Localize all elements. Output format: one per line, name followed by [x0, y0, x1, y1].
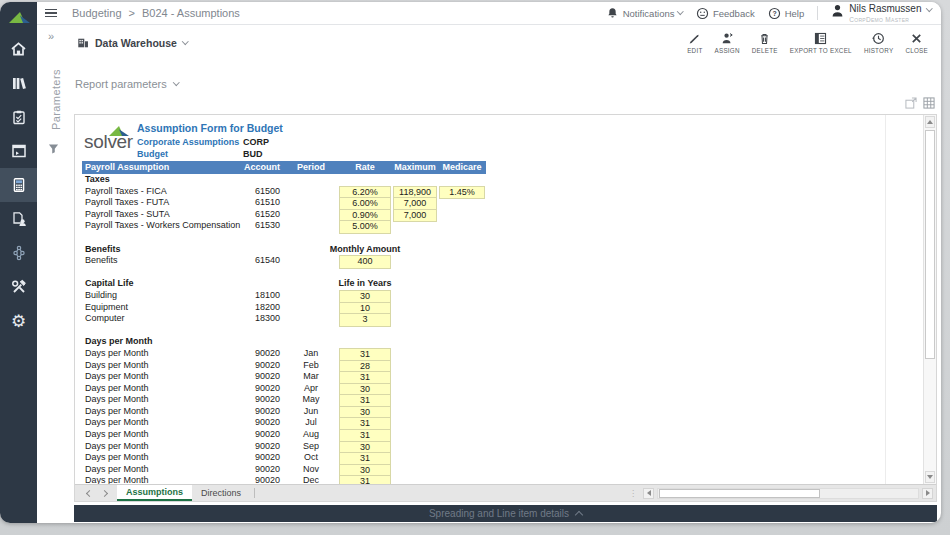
- data-row: Days per Month90020Sep30: [82, 441, 486, 453]
- scroll-up-button[interactable]: [925, 116, 935, 128]
- filter-icon[interactable]: [48, 140, 72, 158]
- grid-view-icon[interactable]: [923, 97, 935, 109]
- bell-icon: [606, 7, 619, 20]
- grip-icon: ⋮: [629, 489, 637, 498]
- sidebar-item-assignments[interactable]: [0, 202, 37, 236]
- gear-icon: ⚙: [11, 313, 26, 330]
- next-sheet-icon[interactable]: [101, 489, 108, 496]
- user-name: Nils Rasmussen: [849, 4, 921, 14]
- section-row: Days per Month: [82, 336, 486, 348]
- data-row: Payroll Taxes - Workers Compensation6153…: [82, 220, 486, 232]
- svg-text:?: ?: [772, 9, 776, 16]
- chevron-down-icon: [182, 38, 188, 44]
- meta-label-1: Corporate Assumptions: [137, 137, 239, 147]
- solver-logo-icon: [0, 2, 37, 32]
- report-parameters-dropdown[interactable]: Report parameters: [75, 78, 178, 90]
- data-row: Days per Month90020Jul31: [82, 417, 486, 429]
- spreading-drawer-label: Spreading and Line item details: [429, 508, 569, 519]
- delete-button[interactable]: DELETE: [746, 29, 784, 57]
- smiley-icon: [696, 7, 709, 20]
- sidebar-item-tasks[interactable]: [0, 100, 37, 134]
- warehouse-icon: [77, 37, 89, 49]
- tools-icon: [11, 279, 27, 295]
- horizontal-scrollbar: ⋮: [629, 485, 936, 501]
- input-cell[interactable]: 31: [339, 475, 391, 484]
- parameters-rail-label[interactable]: Parameters: [50, 44, 62, 130]
- parameters-rail: » Parameters: [37, 26, 72, 523]
- sheet-title: Assumption Form for Budget: [137, 122, 283, 134]
- input-cell[interactable]: 400: [339, 255, 391, 269]
- meta-value-1: CORP: [243, 137, 269, 147]
- data-row: Payroll Taxes - FUTA615106.00%7,000: [82, 197, 486, 209]
- export-to-excel-button[interactable]: EXPORT TO EXCEL: [784, 29, 858, 57]
- edit-button[interactable]: EDIT: [681, 29, 708, 57]
- spreading-drawer-toggle[interactable]: Spreading and Line item details: [74, 505, 937, 522]
- breadcrumb: Budgeting > B024 - Assumptions: [72, 7, 240, 19]
- scroll-down-button[interactable]: [925, 471, 935, 483]
- data-row: Days per Month90020Aug31: [82, 429, 486, 441]
- report-player-icon: [11, 143, 27, 159]
- notifications-button[interactable]: Notifications: [606, 7, 683, 20]
- data-row: Days per Month90020Mar31: [82, 371, 486, 383]
- close-button[interactable]: CLOSE: [899, 29, 934, 57]
- input-cell[interactable]: 3: [339, 313, 391, 327]
- input-cell[interactable]: 5.00%: [339, 220, 391, 234]
- scroll-left-button[interactable]: [643, 488, 654, 499]
- assign-button[interactable]: ASSIGN: [708, 29, 745, 57]
- data-row: Benefits61540400: [82, 255, 486, 267]
- assumption-sheet: solver Assumption Form for Budget Corpor…: [75, 115, 923, 484]
- report-panel: solver Assumption Form for Budget Corpor…: [74, 114, 937, 502]
- feedback-button[interactable]: Feedback: [696, 7, 755, 20]
- section-row: Capital LifeLife in Years: [82, 278, 486, 290]
- vertical-scrollbar[interactable]: [923, 115, 936, 484]
- col-header-rate: Rate: [338, 161, 392, 174]
- clock-history-icon: [872, 32, 885, 45]
- tab-assumptions[interactable]: Assumptions: [117, 485, 192, 501]
- tab-directions[interactable]: Directions: [192, 485, 250, 501]
- vertical-scroll-thumb[interactable]: [925, 130, 935, 359]
- sidebar-item-settings[interactable]: ⚙: [0, 304, 37, 338]
- horizontal-scroll-track[interactable]: [657, 488, 919, 499]
- document-user-icon: [11, 211, 27, 227]
- data-row: Payroll Taxes - SUTA615200.90%7,000: [82, 209, 486, 221]
- sheet-tab-strip: Assumptions Directions ⋮: [75, 484, 936, 501]
- data-row: Days per Month90020May31: [82, 394, 486, 406]
- sidebar-item-home[interactable]: [0, 32, 37, 66]
- user-menu[interactable]: Nils Rasmussen CorpDemo Master: [831, 4, 931, 23]
- divider: [817, 6, 818, 20]
- section-row: Taxes: [82, 174, 486, 186]
- horizontal-scroll-thumb[interactable]: [659, 489, 820, 498]
- sidebar-item-reports[interactable]: [0, 134, 37, 168]
- person-assign-icon: [721, 32, 734, 45]
- data-source-dropdown[interactable]: Data Warehouse: [77, 37, 187, 49]
- col-header-period: Period: [284, 161, 338, 174]
- data-row: Days per Month90020Jun30: [82, 406, 486, 418]
- scroll-right-button[interactable]: [922, 488, 933, 499]
- breadcrumb-root[interactable]: Budgeting: [72, 7, 122, 19]
- history-button[interactable]: HISTORY: [858, 29, 900, 57]
- topbar-right: Notifications Feedback ? Help: [606, 4, 941, 23]
- chevron-down-icon: [926, 5, 932, 11]
- data-row: Computer183003: [82, 313, 486, 325]
- help-icon: ?: [768, 7, 781, 20]
- help-button[interactable]: ? Help: [768, 7, 805, 20]
- data-row: Days per Month90020Feb28: [82, 360, 486, 372]
- hamburger-menu-icon[interactable]: [45, 7, 57, 20]
- sidebar-item-tools[interactable]: [0, 270, 37, 304]
- sidebar-item-library[interactable]: [0, 66, 37, 100]
- clipboard-check-icon: [11, 109, 27, 125]
- col-header-account: Account: [234, 161, 284, 174]
- sidebar-item-workflow[interactable]: [0, 236, 37, 270]
- tab-nav: [75, 485, 117, 501]
- prev-sheet-icon[interactable]: [86, 489, 93, 496]
- solver-triangle-icon: [108, 125, 130, 137]
- close-icon: [910, 32, 923, 45]
- section-row: BenefitsMonthly Amount: [82, 244, 486, 256]
- sidebar-item-budgeting[interactable]: [0, 168, 37, 202]
- breadcrumb-separator: >: [129, 7, 135, 19]
- sidebar: ⚙: [0, 2, 37, 523]
- expand-panel-icon[interactable]: »: [48, 30, 72, 42]
- report-view-controls: [905, 97, 935, 109]
- popout-icon[interactable]: [905, 97, 917, 109]
- data-row: Equipment1820010: [82, 302, 486, 314]
